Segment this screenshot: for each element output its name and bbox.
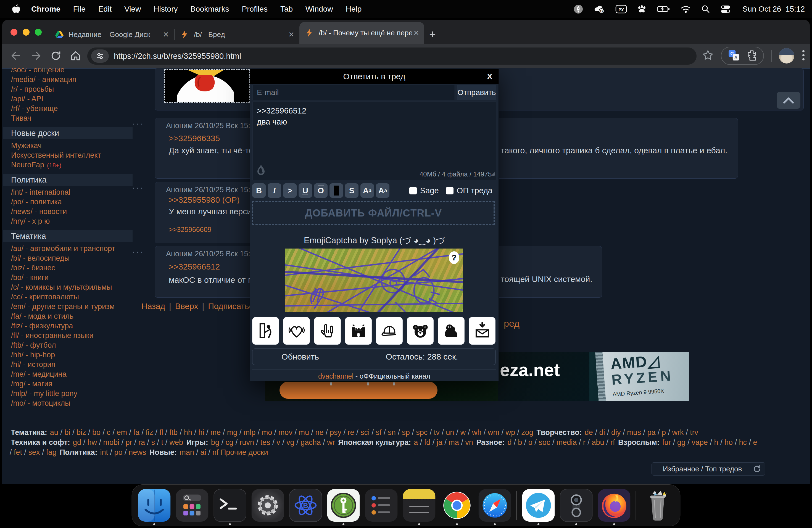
footer-board-link[interactable]: wp [505, 428, 515, 437]
home-button[interactable] [66, 46, 86, 66]
footer-board-link[interactable]: gg [677, 438, 685, 446]
footer-board-link[interactable]: bo [92, 428, 101, 437]
dvachannel-link[interactable]: dvachannel [318, 372, 353, 380]
post-reply-link[interactable]: >>325955980 (ОР) [169, 195, 240, 205]
format-bold-button[interactable]: B [252, 184, 266, 198]
sidebar-board-link[interactable]: /news/ - новости [2, 207, 138, 217]
nav-up-link[interactable]: Вверх [175, 302, 198, 311]
footer-board-link[interactable]: wrk [672, 428, 684, 437]
sidebar-board-link[interactable]: NeuroFap(18+) [2, 160, 138, 170]
footer-board-link[interactable]: em [117, 428, 127, 437]
footer-board-link[interactable]: fur [662, 438, 671, 446]
menu-item-bookmarks[interactable]: Bookmarks [184, 5, 235, 14]
footer-board-link[interactable]: Прочие доски [221, 448, 268, 456]
file-drop-area[interactable]: ДОБАВИТЬ ФАЙЛ/CTRL-V [252, 201, 495, 225]
dock-app-notes[interactable] [403, 489, 436, 522]
dock-app-scope[interactable] [560, 489, 593, 522]
favorites-top-threads-button[interactable]: Избранное / Топ тредов [652, 462, 765, 475]
control-center-icon[interactable] [720, 4, 731, 14]
footer-board-link[interactable]: un [446, 428, 454, 437]
format-sub-button[interactable]: Aa [376, 184, 389, 198]
footer-board-link[interactable]: wh [472, 428, 482, 437]
footer-board-link[interactable]: spc [416, 428, 427, 437]
format-overline-button[interactable]: O [314, 184, 328, 198]
menu-item-help[interactable]: Help [339, 5, 368, 14]
menu-item-tab[interactable]: Tab [274, 5, 299, 14]
captcha-option-envelope-download-icon[interactable] [469, 317, 495, 344]
menu-item-profiles[interactable]: Profiles [236, 5, 274, 14]
post-menu-button[interactable]: ··· [132, 247, 144, 256]
sidebar-board-link[interactable]: /hi/ - история [2, 360, 138, 369]
footer-board-link[interactable]: au [50, 428, 58, 437]
footer-board-link[interactable]: a [414, 438, 418, 446]
window-zoom-button[interactable] [35, 29, 42, 35]
footer-board-link[interactable]: gacha [301, 438, 321, 446]
profile-avatar[interactable] [779, 48, 794, 63]
footer-board-link[interactable]: sci [360, 428, 369, 437]
sidebar-board-link[interactable]: /fl/ - иностранные языки [2, 331, 138, 340]
address-bar[interactable]: https://2ch.su/b/res/325955980.html [87, 47, 697, 64]
footer-board-link[interactable]: fag [46, 448, 57, 456]
footer-board-link[interactable]: ftb [169, 428, 178, 437]
captcha-option-person-door-icon[interactable] [252, 317, 279, 344]
format-underline-button[interactable]: U [299, 184, 312, 198]
footer-board-link[interactable]: r [583, 438, 585, 446]
footer-board-link[interactable]: mlp [244, 428, 256, 437]
sidebar-board-link[interactable]: /api/ - API [2, 94, 138, 104]
cloud-badge-icon[interactable]: 12 [593, 4, 605, 15]
footer-board-link[interactable]: psy [330, 428, 342, 437]
op-image-tux[interactable] [164, 69, 250, 103]
footer-board-link[interactable]: news [129, 448, 146, 456]
footer-board-link[interactable]: pa [648, 428, 656, 437]
footer-board-link[interactable]: e [753, 438, 757, 446]
footer-board-link[interactable]: media [556, 438, 577, 446]
footer-board-link[interactable]: gd [73, 438, 81, 446]
sidebar-board-link[interactable]: /mo/ - мотоциклы [2, 398, 138, 408]
footer-board-link[interactable]: mobi [103, 438, 119, 446]
resize-handle-icon[interactable] [490, 157, 495, 179]
footer-board-link[interactable]: pr [126, 438, 132, 446]
ad-banner-button[interactable] [279, 382, 437, 399]
dock-app-settings[interactable] [251, 489, 284, 522]
footer-board-link[interactable]: tes [260, 438, 271, 446]
footer-board-link[interactable]: ho [724, 438, 733, 446]
footer-board-link[interactable]: me [211, 428, 221, 437]
sidebar-board-link[interactable]: /em/ - другие страны и туризм [2, 302, 138, 311]
menu-item-file[interactable]: File [67, 5, 92, 14]
sidebar-board-link[interactable]: /mlp/ - my little pony [2, 389, 138, 398]
footer-board-link[interactable]: nf [213, 448, 219, 456]
footer-board-link[interactable]: vape [692, 438, 708, 446]
sidebar-board-link[interactable]: /bi/ - велосипеды [2, 253, 138, 263]
battery-icon[interactable] [657, 4, 671, 14]
dock-app-terminal[interactable] [214, 489, 246, 522]
post-reply-link[interactable]: >>325966335 [169, 134, 220, 143]
captcha-option-beating-heart-icon[interactable] [283, 317, 310, 344]
sidebar-board-link[interactable]: /r/ - просьбы [2, 85, 138, 94]
paw-icon[interactable] [637, 4, 647, 14]
sidebar-board-link[interactable]: /ftb/ - футбол [2, 340, 138, 350]
dock-app-finder[interactable] [138, 489, 171, 522]
format-quote-button[interactable]: > [283, 184, 296, 198]
refresh-icon[interactable] [753, 465, 761, 473]
footer-board-link[interactable]: mg [227, 428, 237, 437]
browser-menu-icon[interactable] [801, 49, 806, 62]
footer-board-link[interactable]: ruvn [240, 438, 254, 446]
footer-board-link[interactable]: bi [64, 428, 70, 437]
dock-app-telegram[interactable] [522, 489, 555, 522]
sidebar-board-link[interactable]: /hry/ - х р ю [2, 217, 138, 226]
captcha-image[interactable]: ? [285, 249, 463, 312]
footer-board-link[interactable]: zog [521, 428, 533, 437]
forward-button[interactable] [26, 46, 46, 66]
footer-board-link[interactable]: sex [28, 448, 40, 456]
browser-tab-3[interactable]: /b/ - Почему ты ещё не пере✕ [300, 22, 424, 44]
footer-board-link[interactable]: sp [402, 428, 410, 437]
footer-board-link[interactable]: h [714, 438, 718, 446]
menu-item-chrome[interactable]: Chrome [25, 5, 67, 14]
sidebar-board-link[interactable]: /media/ - анимация [2, 75, 138, 85]
reload-button[interactable] [46, 46, 66, 66]
tab-close-icon[interactable]: ✕ [287, 30, 295, 39]
footer-board-link[interactable]: s [151, 438, 155, 446]
post-backlink[interactable]: >>325966609 [169, 225, 211, 234]
format-strike-button[interactable]: S [345, 184, 359, 198]
browser-tab-2[interactable]: /b/ - Бред✕ [175, 25, 300, 44]
